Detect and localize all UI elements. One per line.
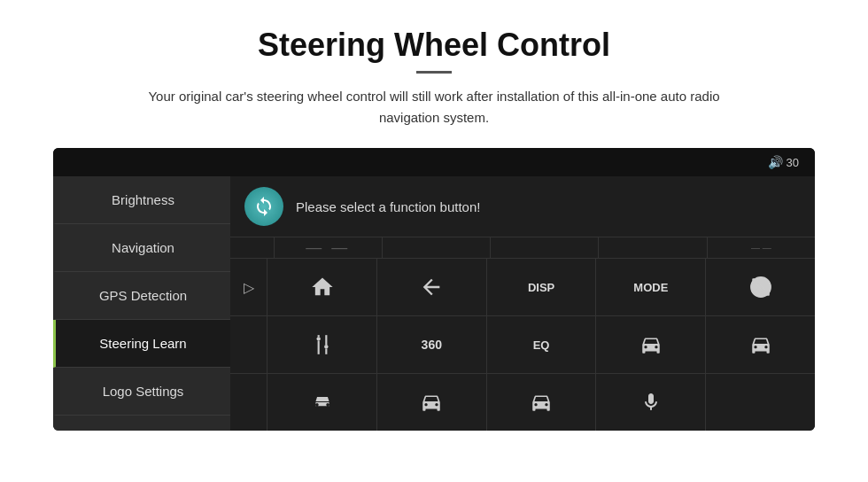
sidebar: Brightness Navigation GPS Detection Stee… — [53, 176, 230, 431]
disp-button[interactable]: DISP — [487, 259, 597, 315]
home-button[interactable] — [267, 259, 377, 315]
car-front-button[interactable] — [267, 374, 377, 431]
back-button[interactable] — [377, 259, 487, 315]
content-header: Please select a function button! — [230, 176, 815, 237]
volume-level: 30 — [787, 156, 799, 169]
cursor-cell: ▷ — [230, 259, 267, 315]
settings-button[interactable] — [267, 316, 377, 373]
top-bar: 🔊 30 — [53, 148, 815, 176]
empty-cursor-3 — [230, 374, 267, 431]
sidebar-item-gps-detection[interactable]: GPS Detection — [53, 272, 230, 320]
page-subtitle: Your original car's steering wheel contr… — [124, 86, 744, 128]
car-screen: 🔊 30 Brightness Navigation GPS Detection… — [53, 148, 815, 431]
sidebar-item-brightness[interactable]: Brightness — [53, 176, 230, 224]
car-right-button[interactable] — [706, 316, 815, 373]
screen-body: Brightness Navigation GPS Detection Stee… — [53, 176, 815, 431]
music-car-button[interactable] — [596, 316, 706, 373]
header-message: Please select a function button! — [296, 199, 480, 214]
no-phone-button[interactable] — [706, 259, 815, 315]
sidebar-item-logo-settings[interactable]: Logo Settings — [53, 368, 230, 416]
page-title: Steering Wheel Control — [258, 27, 610, 64]
sync-icon — [244, 187, 283, 226]
volume-indicator: 🔊 30 — [768, 155, 799, 169]
car-with-arrow-button[interactable] — [377, 374, 487, 431]
volume-icon: 🔊 — [768, 155, 783, 169]
grid-row-2: 360 EQ — [230, 316, 815, 374]
360-button[interactable]: 360 — [377, 316, 487, 373]
grid-row-3 — [230, 374, 815, 431]
title-divider — [416, 71, 452, 74]
svg-point-5 — [324, 345, 328, 348]
main-content: Please select a function button! — — — —… — [230, 176, 815, 431]
car-back-button[interactable] — [487, 374, 597, 431]
empty-last-cell — [706, 374, 815, 431]
sidebar-item-navigation[interactable]: Navigation — [53, 224, 230, 272]
sidebar-item-steering-learn[interactable]: Steering Learn — [53, 320, 230, 368]
grid-row-1: ▷ DISP MODE — [230, 259, 815, 316]
cursor-arrow: ▷ — [244, 279, 254, 296]
eq-button[interactable]: EQ — [487, 316, 597, 373]
mic-button[interactable] — [596, 374, 706, 431]
mode-button[interactable]: MODE — [596, 259, 706, 315]
svg-point-2 — [316, 337, 320, 340]
empty-cursor-2 — [230, 316, 267, 373]
